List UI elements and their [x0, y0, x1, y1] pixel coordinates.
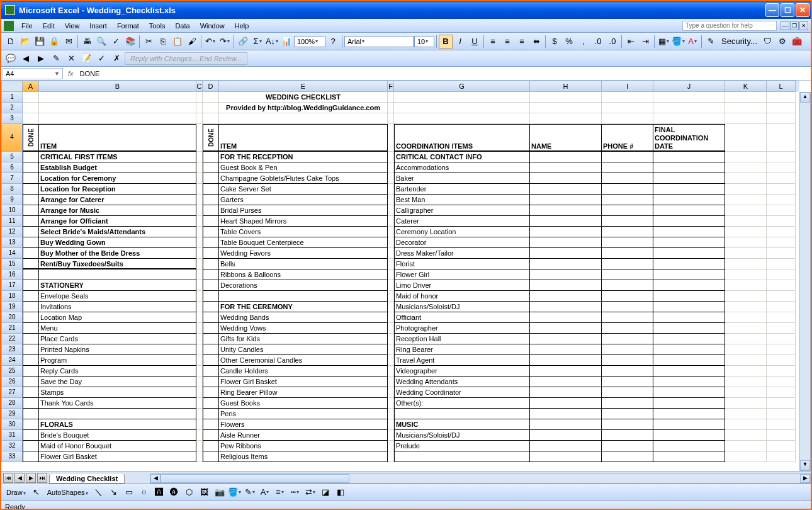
cell[interactable] — [767, 113, 796, 124]
cell[interactable] — [388, 419, 394, 430]
cell[interactable] — [653, 323, 725, 334]
cell[interactable] — [530, 227, 602, 237]
cell[interactable] — [653, 377, 725, 387]
cell[interactable] — [653, 366, 725, 377]
cell[interactable]: Rent/Buy Tuxedoes/Suits — [39, 259, 196, 269]
cell[interactable] — [653, 398, 725, 409]
col-header-a[interactable]: A — [23, 81, 39, 92]
cell[interactable]: STATIONERY — [39, 280, 196, 291]
maximize-button[interactable]: ☐ — [781, 3, 794, 17]
row-header-5[interactable]: 5 — [1, 152, 23, 162]
cell[interactable] — [725, 152, 767, 162]
cell[interactable] — [767, 366, 796, 377]
cell[interactable]: Printed Napkins — [39, 344, 196, 355]
cell[interactable] — [203, 216, 219, 227]
cell[interactable]: Aisle Runner — [219, 430, 388, 441]
doc-close-button[interactable]: ✕ — [799, 21, 808, 30]
cell[interactable]: Flower Girl — [394, 269, 530, 280]
fill-color-draw-button[interactable]: 🪣 — [228, 485, 242, 499]
cell[interactable] — [23, 344, 39, 355]
row-header-6[interactable]: 6 — [1, 162, 23, 173]
cell[interactable] — [725, 173, 767, 184]
cell[interactable] — [767, 205, 796, 216]
cell[interactable] — [530, 377, 602, 387]
cell[interactable] — [388, 409, 394, 419]
bold-button[interactable]: B — [439, 35, 453, 48]
cell[interactable] — [602, 205, 653, 216]
row-header-25[interactable]: 25 — [1, 366, 23, 377]
row-header-13[interactable]: 13 — [1, 237, 23, 248]
cell[interactable] — [203, 387, 219, 398]
row-header-24[interactable]: 24 — [1, 355, 23, 366]
cell[interactable] — [725, 195, 767, 205]
cell[interactable] — [203, 430, 219, 441]
col-header-g[interactable]: G — [394, 81, 530, 92]
col-header-f[interactable]: F — [388, 81, 394, 92]
cell[interactable]: FOR THE RECEPTION — [219, 152, 388, 162]
cell[interactable] — [725, 441, 767, 451]
cell[interactable] — [388, 398, 394, 409]
cell[interactable]: Reply Cards — [39, 366, 196, 377]
row-header-26[interactable]: 26 — [1, 377, 23, 387]
autosum-button[interactable]: Σ — [251, 35, 264, 48]
cell[interactable] — [530, 366, 602, 377]
cell[interactable]: Maid of Honor Bouquet — [39, 441, 196, 451]
cell[interactable] — [388, 184, 394, 195]
cell[interactable] — [388, 216, 394, 227]
cell[interactable] — [196, 430, 203, 441]
cell[interactable] — [39, 92, 196, 103]
arrow-style-button[interactable]: ⇄ — [303, 485, 317, 499]
cell[interactable] — [39, 409, 196, 419]
col-header-h[interactable]: H — [530, 81, 602, 92]
cell[interactable]: Bells — [219, 259, 388, 269]
cell[interactable] — [767, 269, 796, 280]
cell[interactable] — [602, 409, 653, 419]
accept-button[interactable]: ✓ — [94, 52, 108, 65]
cell[interactable] — [602, 259, 653, 269]
row-header-20[interactable]: 20 — [1, 312, 23, 323]
cell[interactable] — [725, 451, 767, 462]
cell[interactable] — [653, 344, 725, 355]
cell[interactable] — [388, 302, 394, 312]
cell[interactable] — [23, 355, 39, 366]
cell[interactable] — [196, 366, 203, 377]
menu-edit[interactable]: Edit — [38, 21, 60, 31]
cell[interactable] — [23, 323, 39, 334]
cell[interactable]: Ceremony Location — [394, 227, 530, 237]
cell[interactable]: Table Bouquet Centerpiece — [219, 237, 388, 248]
align-right-button[interactable]: ≡ — [515, 35, 529, 48]
cell[interactable] — [530, 430, 602, 441]
cell[interactable] — [653, 113, 725, 124]
cell[interactable] — [388, 162, 394, 173]
cell[interactable]: Flower Girl Basket — [219, 377, 388, 387]
cell[interactable] — [203, 291, 219, 302]
cell[interactable] — [388, 334, 394, 344]
increase-indent-button[interactable]: ⇥ — [638, 35, 652, 48]
macro-security-button[interactable]: 🛡 — [761, 35, 775, 48]
cell[interactable] — [196, 312, 203, 323]
cell[interactable] — [23, 334, 39, 344]
cell[interactable] — [767, 103, 796, 113]
cell[interactable] — [653, 227, 725, 237]
cell[interactable] — [767, 184, 796, 195]
cell[interactable] — [602, 237, 653, 248]
cell[interactable] — [602, 103, 653, 113]
font-combo[interactable]: Arial — [344, 36, 414, 47]
cell[interactable] — [530, 113, 602, 124]
cell[interactable]: Champagne Goblets/Flutes Cake Tops — [219, 173, 388, 184]
cell[interactable] — [653, 334, 725, 344]
cell[interactable] — [530, 441, 602, 451]
cell[interactable] — [767, 430, 796, 441]
merge-center-button[interactable]: ⬌ — [529, 35, 543, 48]
cell[interactable] — [767, 387, 796, 398]
comma-button[interactable]: , — [577, 35, 590, 48]
cell[interactable] — [602, 366, 653, 377]
cell[interactable]: Wedding Bands — [219, 312, 388, 323]
name-box-dropdown-icon[interactable]: ▼ — [54, 71, 60, 77]
cell[interactable] — [602, 430, 653, 441]
cell[interactable] — [388, 103, 394, 113]
cell[interactable]: Guest Books — [219, 398, 388, 409]
italic-button[interactable]: I — [453, 35, 467, 48]
cell[interactable] — [196, 113, 203, 124]
cell[interactable]: Dress Maker/Tailor — [394, 248, 530, 259]
